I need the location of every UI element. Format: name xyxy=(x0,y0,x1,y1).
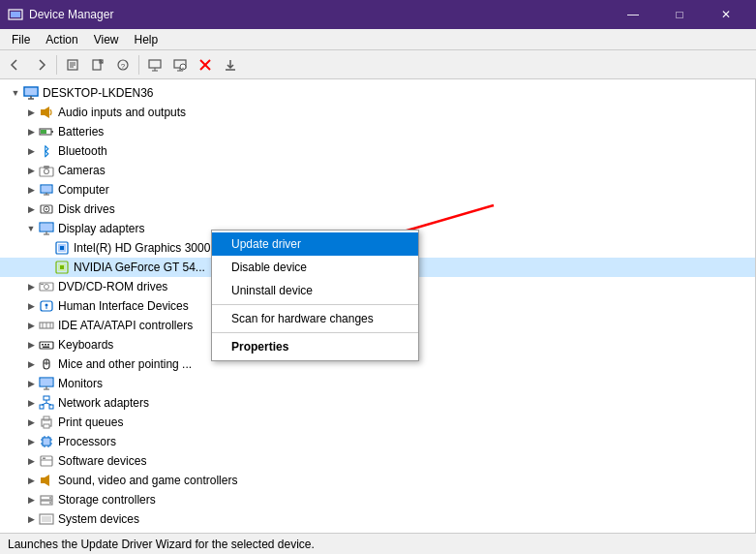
bluetooth-label: Bluetooth xyxy=(58,144,107,158)
display-label: Display adapters xyxy=(58,222,144,235)
minimize-button[interactable]: — xyxy=(611,0,655,29)
dvd-expander[interactable]: ▶ xyxy=(23,279,39,294)
dvd-label: DVD/CD-ROM drives xyxy=(58,280,167,293)
status-text: Launches the Update Driver Wizard for th… xyxy=(8,538,315,551)
svg-rect-30 xyxy=(51,131,53,133)
tree-cameras[interactable]: ▶ Cameras xyxy=(0,161,755,180)
disk-label: Disk drives xyxy=(58,202,115,216)
computer-node-icon xyxy=(39,182,54,198)
tree-print[interactable]: ▶ Print queues xyxy=(0,413,755,432)
ctx-update-driver[interactable]: Update driver xyxy=(212,232,418,256)
tree-processors[interactable]: ▶ Processors xyxy=(0,432,755,451)
bluetooth-expander[interactable]: ▶ xyxy=(23,143,39,159)
svg-rect-65 xyxy=(47,344,49,346)
hid-expander[interactable]: ▶ xyxy=(23,298,39,314)
network-icon xyxy=(39,395,54,411)
print-expander[interactable]: ▶ xyxy=(23,415,39,430)
tree-usb[interactable]: ▶ Universal Serial Bus controllers xyxy=(0,529,755,533)
tree-bluetooth[interactable]: ▶ ᛒ Bluetooth xyxy=(0,141,755,161)
keyboards-expander[interactable]: ▶ xyxy=(23,337,39,353)
intel-gpu-icon xyxy=(54,240,70,256)
ctx-scan-hardware[interactable]: Scan for hardware changes xyxy=(212,307,418,330)
svg-rect-74 xyxy=(44,396,49,400)
properties-button[interactable] xyxy=(61,53,84,77)
system-icon xyxy=(39,511,54,527)
monitor-button[interactable] xyxy=(143,53,166,77)
help-button[interactable]: ? xyxy=(111,53,135,77)
network-label: Network adapters xyxy=(58,396,149,410)
root-expander[interactable]: ▼ xyxy=(8,85,23,101)
cameras-icon xyxy=(39,163,54,178)
svg-rect-36 xyxy=(42,186,51,192)
maximize-button[interactable]: □ xyxy=(657,0,702,29)
mice-expander[interactable]: ▶ xyxy=(23,356,39,372)
cameras-label: Cameras xyxy=(58,164,106,177)
intel-gpu-label: Intel(R) HD Graphics 3000 xyxy=(74,241,210,255)
network-expander[interactable]: ▶ xyxy=(23,395,39,411)
tree-storage[interactable]: ▶ Storage controllers xyxy=(0,490,755,509)
mice-icon xyxy=(39,356,54,372)
menu-view[interactable]: View xyxy=(86,30,127,49)
tree-monitors[interactable]: ▶ Monitors xyxy=(0,374,755,393)
keyboards-label: Keyboards xyxy=(58,338,113,352)
cameras-expander[interactable]: ▶ xyxy=(23,163,39,178)
close-button[interactable]: ✕ xyxy=(704,0,748,29)
display-icon xyxy=(39,221,54,236)
ctx-disable-device[interactable]: Disable device xyxy=(212,256,418,279)
usb-label: Universal Serial Bus controllers xyxy=(58,532,220,533)
tree-software[interactable]: ▶ Software devices xyxy=(0,451,755,471)
scan-button[interactable]: + xyxy=(168,53,192,77)
ctx-properties[interactable]: Properties xyxy=(212,335,418,358)
svg-rect-84 xyxy=(44,439,49,445)
svg-rect-23 xyxy=(25,88,37,95)
new-button[interactable] xyxy=(86,53,109,77)
processors-expander[interactable]: ▶ xyxy=(23,434,39,449)
download-button[interactable] xyxy=(219,53,242,77)
tree-audio[interactable]: ▶ Audio inputs and outputs xyxy=(0,103,755,122)
svg-rect-29 xyxy=(41,130,46,134)
display-expander[interactable]: ▼ xyxy=(23,221,39,236)
toolbar: ? + xyxy=(0,50,756,79)
menu-action[interactable]: Action xyxy=(38,30,85,49)
svg-rect-71 xyxy=(41,379,52,385)
svg-rect-51 xyxy=(60,265,64,269)
toolbar-sep1 xyxy=(56,55,57,75)
svg-text:ᛒ: ᛒ xyxy=(43,144,50,159)
ide-expander[interactable]: ▶ xyxy=(23,318,39,333)
tree-disk[interactable]: ▶ Disk drives xyxy=(0,200,755,219)
tree-root[interactable]: ▼ DESKTOP-LKDEN36 xyxy=(0,83,755,103)
software-label: Software devices xyxy=(58,454,146,468)
toolbar-sep2 xyxy=(138,55,139,75)
svg-rect-66 xyxy=(43,347,49,349)
audio-expander[interactable]: ▶ xyxy=(23,105,39,120)
system-expander[interactable]: ▶ xyxy=(23,511,39,527)
ctx-uninstall-device[interactable]: Uninstall device xyxy=(212,279,418,302)
sound-expander[interactable]: ▶ xyxy=(23,473,39,488)
monitors-expander[interactable]: ▶ xyxy=(23,376,39,391)
storage-expander[interactable]: ▶ xyxy=(23,492,39,508)
svg-point-53 xyxy=(45,285,49,290)
batteries-expander[interactable]: ▶ xyxy=(23,124,39,139)
tree-system[interactable]: ▶ System devices xyxy=(0,509,755,529)
disk-expander[interactable]: ▶ xyxy=(23,201,39,217)
processors-label: Processors xyxy=(58,435,116,448)
svg-point-33 xyxy=(45,169,49,174)
usb-icon xyxy=(39,531,54,533)
title-bar: Device Manager — □ ✕ xyxy=(0,0,756,29)
monitors-icon xyxy=(39,376,54,391)
tree-sound[interactable]: ▶ Sound, video and game controllers xyxy=(0,471,755,490)
computer-expander[interactable]: ▶ xyxy=(23,182,39,198)
usb-expander[interactable]: ▶ xyxy=(23,531,39,533)
software-expander[interactable]: ▶ xyxy=(23,453,39,469)
tree-network[interactable]: ▶ Network adapters xyxy=(0,393,755,413)
delete-button[interactable] xyxy=(194,53,217,77)
menu-help[interactable]: Help xyxy=(127,30,166,49)
menu-file[interactable]: File xyxy=(4,30,38,49)
tree-batteries[interactable]: ▶ Batteries xyxy=(0,122,755,141)
forward-button[interactable] xyxy=(29,53,52,77)
dvd-icon xyxy=(39,279,54,294)
back-button[interactable] xyxy=(4,53,27,77)
mice-label: Mice and other pointing ... xyxy=(58,357,192,371)
processors-icon xyxy=(39,434,54,449)
tree-computer[interactable]: ▶ Computer xyxy=(0,180,755,200)
